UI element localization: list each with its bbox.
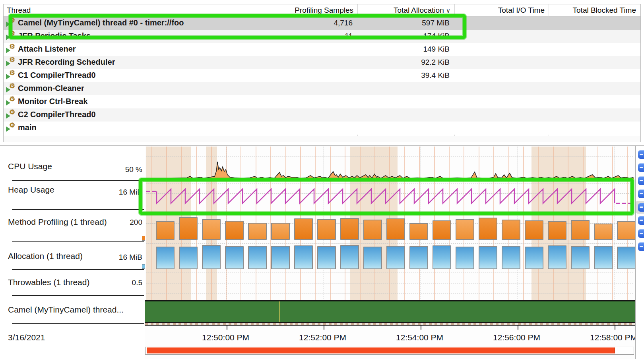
lane-divider (12, 269, 144, 270)
allocation-bar[interactable] (225, 246, 244, 269)
method-profiling-bar[interactable] (340, 218, 359, 240)
gear-icon: ⚙ (9, 42, 15, 51)
thread-name: Monitor Ctrl-Break (18, 97, 88, 106)
lane-tick-label-2: 200 (91, 218, 142, 227)
lane-label-1: Heap Usage (8, 185, 54, 195)
lane-config-button-strip (635, 146, 644, 359)
col-header-total-blocked-time[interactable]: Total Blocked Time (549, 4, 636, 16)
method-profiling-bar[interactable] (456, 219, 474, 240)
lane-label-5: Camel (MyTinyCamel) thread... (8, 305, 124, 315)
lane-tick-label-0: 50 % (91, 165, 142, 174)
heap-usage-lane-highlight-annotation (139, 178, 634, 215)
allocation-bar[interactable] (294, 245, 313, 269)
allocation-bar[interactable] (179, 247, 198, 269)
method-profiling-bar[interactable] (271, 223, 290, 240)
thread-cell-allocation: 39.4 KiB (357, 71, 450, 80)
method-profiling-bar[interactable] (386, 218, 405, 240)
time-axis-tick (421, 325, 421, 330)
method-profiling-bar[interactable] (202, 219, 221, 240)
allocation-bar[interactable] (409, 246, 428, 269)
time-axis-label: 12:52:00 PM (299, 333, 346, 342)
method-profiling-bar[interactable] (594, 224, 613, 240)
thread-name: Attach Listener (18, 44, 76, 54)
method-profiling-bar[interactable] (179, 217, 198, 240)
lane-event-strip (145, 323, 635, 326)
allocation-bar[interactable] (340, 245, 359, 269)
allocation-bar[interactable] (156, 247, 175, 269)
allocation-bar[interactable] (548, 245, 566, 269)
gear-icon: ⚙ (9, 108, 15, 116)
thread-row[interactable]: ⚙C2 CompilerThread0 (4, 108, 640, 122)
method-profiling-bar[interactable] (525, 220, 543, 240)
lane-collapse-button[interactable] (638, 216, 644, 225)
lane-tick-label-1: 16 MiB (91, 188, 142, 197)
allocation-bar[interactable] (571, 246, 590, 269)
time-axis-tick (615, 325, 615, 330)
table-horizontal-scrollbar-track[interactable] (4, 136, 640, 142)
thread-icon: ⚙ (6, 83, 17, 94)
time-axis-label: 12:56:00 PM (493, 333, 540, 342)
method-profiling-bar[interactable] (225, 221, 244, 240)
cpu-usage-area (146, 162, 634, 180)
thread-event-marker (279, 301, 280, 322)
method-profiling-bar[interactable] (317, 219, 336, 240)
allocation-bar[interactable] (617, 247, 635, 269)
method-profiling-bar[interactable] (363, 220, 382, 240)
col-header-total-i-o-time[interactable]: Total I/O Time (454, 4, 545, 16)
thread-row[interactable]: ⚙C1 CompilerThread039.4 KiB (4, 69, 640, 82)
thread-row[interactable]: ⚙Attach Listener149 KiB (4, 43, 640, 56)
method-profiling-bar[interactable] (433, 220, 451, 240)
method-profiling-bar[interactable] (409, 223, 428, 240)
time-axis-tick (227, 325, 227, 330)
time-axis-label: 12:50:00 PM (202, 333, 249, 342)
method-profiling-bar[interactable] (548, 221, 566, 240)
lane-label-3: Allocation (1 thread) (8, 251, 83, 261)
thread-name: JFR Recording Scheduler (18, 58, 115, 67)
thread-name: Common-Cleaner (18, 84, 84, 93)
allocation-bar[interactable] (433, 245, 451, 269)
allocation-bar[interactable] (386, 246, 405, 269)
lane-collapse-button[interactable] (638, 203, 644, 212)
method-profiling-bar[interactable] (294, 218, 313, 240)
lane-tick-label-4: 0.5 (91, 278, 142, 287)
profiler-window: ThreadProfiling SamplesTotal Allocation … (0, 0, 644, 359)
thread-icon: ⚙ (6, 96, 17, 107)
time-range-scrollbar[interactable] (145, 347, 634, 355)
lane-collapse-button[interactable] (638, 163, 644, 172)
thread-row[interactable]: ⚙JFR Recording Scheduler92.2 KiB (4, 56, 640, 69)
lane-collapse-button[interactable] (638, 189, 644, 198)
allocation-bar[interactable] (456, 247, 474, 269)
allocation-bar[interactable] (248, 246, 267, 269)
thread-cell-allocation: 149 KiB (357, 45, 450, 54)
method-profiling-bar[interactable] (156, 221, 175, 240)
allocation-bar[interactable] (271, 246, 290, 269)
thread-icon: ⚙ (6, 109, 17, 120)
allocation-bar[interactable] (502, 246, 520, 269)
method-profiling-bar[interactable] (571, 220, 590, 240)
lane-collapse-button[interactable] (638, 229, 644, 238)
time-range-thumb[interactable] (147, 347, 615, 353)
lane-collapse-button[interactable] (638, 150, 644, 159)
gear-icon: ⚙ (9, 95, 15, 103)
method-profiling-bar[interactable] (617, 221, 635, 240)
timeline-plot[interactable]: 12:50:00 PM12:52:00 PM12:54:00 PM12:56:0… (145, 146, 635, 359)
method-profiling-bar[interactable] (248, 223, 267, 240)
thread-row[interactable]: ⚙Monitor Ctrl-Break (4, 95, 640, 108)
method-profiling-bar[interactable] (479, 218, 497, 240)
allocation-bar[interactable] (479, 246, 497, 269)
method-profiling-bar[interactable] (502, 220, 520, 240)
allocation-bar[interactable] (317, 246, 336, 269)
allocation-bar[interactable] (525, 247, 543, 269)
allocation-bar[interactable] (594, 246, 613, 269)
thread-row[interactable]: ⚙Common-Cleaner (4, 82, 640, 95)
lane-collapse-button[interactable] (638, 176, 644, 185)
thread-row[interactable]: ⚙main (4, 122, 640, 135)
allocation-bar[interactable] (363, 247, 382, 269)
time-axis-tick (324, 325, 324, 330)
selected-thread-row-highlight-annotation (9, 14, 466, 39)
thread-activity-lane[interactable] (145, 300, 635, 323)
thread-name: main (18, 123, 37, 132)
gear-icon: ⚙ (9, 69, 15, 77)
allocation-bar[interactable] (202, 245, 221, 269)
lane-collapse-button[interactable] (638, 242, 644, 251)
